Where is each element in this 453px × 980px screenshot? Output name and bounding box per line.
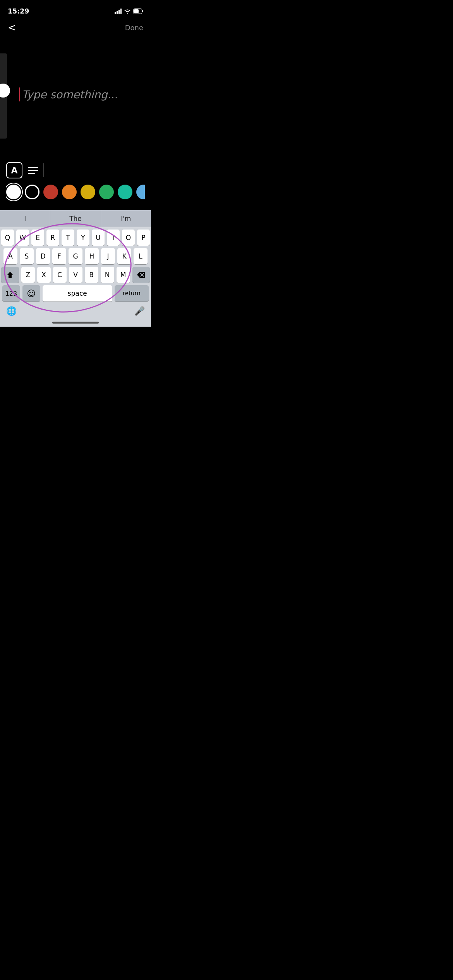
- keyboard: I The I'm Q W E R T Y U I O P A S: [0, 210, 151, 327]
- mic-button[interactable]: 🎤: [134, 306, 145, 316]
- battery-icon: [133, 9, 143, 14]
- signal-icon: [115, 9, 122, 14]
- color-white-outline[interactable]: [25, 185, 39, 199]
- key-H[interactable]: H: [85, 248, 99, 264]
- predictive-bar: I The I'm: [0, 210, 151, 227]
- color-yellow[interactable]: [81, 185, 95, 199]
- color-green[interactable]: [99, 185, 114, 199]
- color-handle[interactable]: [0, 84, 10, 98]
- text-align-button[interactable]: [28, 167, 38, 174]
- key-Q[interactable]: Q: [1, 230, 14, 246]
- color-picker: [6, 182, 145, 201]
- keyboard-keys-area: Q W E R T Y U I O P A S D F G H J K: [0, 227, 151, 305]
- key-X[interactable]: X: [37, 267, 51, 283]
- key-row-3: Z X C V B N M: [1, 267, 150, 283]
- key-F[interactable]: F: [52, 248, 66, 264]
- key-P[interactable]: P: [137, 230, 150, 246]
- key-rows: Q W E R T Y U I O P A S D F G H J K: [0, 227, 151, 305]
- back-button[interactable]: <: [8, 22, 16, 33]
- color-light-blue[interactable]: [136, 185, 145, 199]
- done-button[interactable]: Done: [125, 24, 143, 32]
- svg-marker-3: [7, 272, 13, 278]
- svg-rect-2: [134, 9, 139, 13]
- emoji-icon: ☺: [27, 289, 36, 298]
- key-L[interactable]: L: [134, 248, 148, 264]
- bottom-row: 123 ☺ space return: [1, 285, 150, 303]
- key-O[interactable]: O: [122, 230, 135, 246]
- status-icons: [115, 9, 143, 14]
- key-D[interactable]: D: [36, 248, 50, 264]
- key-J[interactable]: J: [101, 248, 115, 264]
- svg-rect-1: [142, 10, 143, 12]
- status-bar: 15:29: [0, 0, 151, 17]
- toolbar: A: [0, 158, 151, 203]
- key-M[interactable]: M: [117, 267, 130, 283]
- text-cursor: [19, 87, 20, 101]
- emoji-button[interactable]: ☺: [22, 285, 40, 302]
- key-R[interactable]: R: [46, 230, 59, 246]
- key-A[interactable]: A: [3, 248, 17, 264]
- placeholder-text: Type something...: [22, 88, 118, 101]
- font-style-button[interactable]: A: [6, 162, 22, 178]
- space-button[interactable]: space: [43, 285, 112, 302]
- wifi-icon: [124, 9, 131, 14]
- key-row-1: Q W E R T Y U I O P: [1, 230, 150, 246]
- key-W[interactable]: W: [16, 230, 29, 246]
- key-E[interactable]: E: [31, 230, 44, 246]
- color-white-fill[interactable]: [6, 185, 21, 199]
- key-K[interactable]: K: [117, 248, 131, 264]
- predictive-item-1[interactable]: I: [0, 210, 50, 227]
- toolbar-divider: [43, 163, 44, 177]
- return-button[interactable]: return: [115, 285, 149, 302]
- key-C[interactable]: C: [53, 267, 67, 283]
- key-I[interactable]: I: [107, 230, 120, 246]
- home-indicator: [0, 318, 151, 327]
- key-Y[interactable]: Y: [77, 230, 89, 246]
- key-row-2: A S D F G H J K L: [1, 248, 150, 264]
- predictive-item-3[interactable]: I'm: [101, 210, 151, 227]
- delete-icon: [137, 272, 145, 278]
- key-N[interactable]: N: [101, 267, 114, 283]
- globe-button[interactable]: 🌐: [6, 306, 17, 316]
- home-bar: [52, 322, 99, 324]
- header: < Done: [0, 17, 151, 38]
- key-G[interactable]: G: [69, 248, 82, 264]
- shift-icon: [7, 271, 14, 278]
- predictive-item-2[interactable]: The: [50, 210, 101, 227]
- shift-button[interactable]: [1, 267, 19, 283]
- color-orange[interactable]: [62, 185, 77, 199]
- toolbar-row: A: [6, 162, 145, 182]
- numbers-button[interactable]: 123: [2, 285, 20, 302]
- delete-button[interactable]: [132, 267, 150, 283]
- color-red[interactable]: [43, 185, 58, 199]
- key-U[interactable]: U: [92, 230, 105, 246]
- key-B[interactable]: B: [85, 267, 98, 283]
- key-S[interactable]: S: [20, 248, 34, 264]
- text-input-area[interactable]: Type something...: [19, 87, 118, 101]
- canvas-area: Type something...: [0, 38, 151, 158]
- key-V[interactable]: V: [69, 267, 82, 283]
- color-teal[interactable]: [118, 185, 132, 199]
- key-T[interactable]: T: [62, 230, 74, 246]
- key-Z[interactable]: Z: [21, 267, 35, 283]
- status-time: 15:29: [8, 7, 29, 15]
